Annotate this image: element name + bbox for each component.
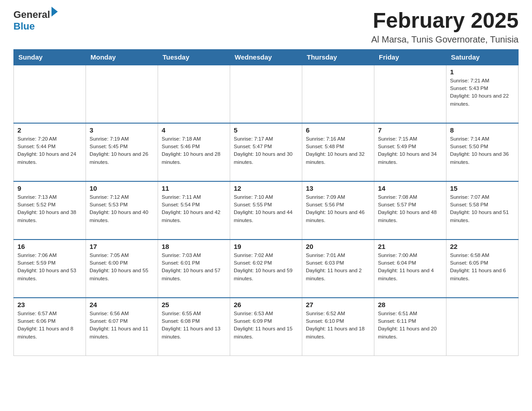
day-number: 12 (234, 184, 298, 192)
day-number: 10 (90, 184, 154, 192)
day-info: Sunrise: 7:10 AM Sunset: 5:55 PM Dayligh… (234, 193, 298, 224)
day-number: 11 (162, 184, 226, 192)
calendar-cell (446, 298, 519, 356)
calendar-table: SundayMondayTuesdayWednesdayThursdayFrid… (13, 49, 519, 356)
day-number: 5 (234, 126, 298, 134)
calendar-week-1: 2Sunrise: 7:20 AM Sunset: 5:44 PM Daylig… (14, 123, 519, 181)
day-info: Sunrise: 7:19 AM Sunset: 5:45 PM Dayligh… (90, 135, 154, 166)
calendar-cell: 21Sunrise: 7:00 AM Sunset: 6:04 PM Dayli… (374, 240, 446, 298)
day-info: Sunrise: 6:56 AM Sunset: 6:07 PM Dayligh… (90, 310, 154, 341)
calendar-cell: 11Sunrise: 7:11 AM Sunset: 5:54 PM Dayli… (158, 181, 230, 240)
calendar-cell: 3Sunrise: 7:19 AM Sunset: 5:45 PM Daylig… (86, 123, 158, 181)
day-info: Sunrise: 6:55 AM Sunset: 6:08 PM Dayligh… (162, 310, 226, 341)
calendar-week-3: 16Sunrise: 7:06 AM Sunset: 5:59 PM Dayli… (14, 240, 519, 298)
day-number: 1 (450, 68, 515, 76)
calendar-cell: 20Sunrise: 7:01 AM Sunset: 6:03 PM Dayli… (302, 240, 374, 298)
day-number: 19 (234, 243, 298, 250)
day-number: 20 (306, 243, 370, 250)
weekday-header-tuesday: Tuesday (158, 49, 230, 65)
calendar-cell: 1Sunrise: 7:21 AM Sunset: 5:43 PM Daylig… (446, 65, 519, 123)
day-number: 14 (378, 184, 442, 192)
day-number: 9 (17, 184, 82, 192)
day-info: Sunrise: 7:09 AM Sunset: 5:56 PM Dayligh… (306, 193, 370, 224)
page-header: General Blue February 2025 Al Marsa, Tun… (13, 9, 519, 45)
day-info: Sunrise: 7:18 AM Sunset: 5:46 PM Dayligh… (162, 135, 226, 166)
day-info: Sunrise: 7:11 AM Sunset: 5:54 PM Dayligh… (162, 193, 226, 224)
calendar-cell: 10Sunrise: 7:12 AM Sunset: 5:53 PM Dayli… (86, 181, 158, 240)
calendar-cell: 4Sunrise: 7:18 AM Sunset: 5:46 PM Daylig… (158, 123, 230, 181)
calendar-cell: 17Sunrise: 7:05 AM Sunset: 6:00 PM Dayli… (86, 240, 158, 298)
calendar-cell: 28Sunrise: 6:51 AM Sunset: 6:11 PM Dayli… (374, 298, 446, 356)
day-info: Sunrise: 7:14 AM Sunset: 5:50 PM Dayligh… (450, 135, 515, 166)
calendar-cell: 22Sunrise: 6:58 AM Sunset: 6:05 PM Dayli… (446, 240, 519, 298)
day-info: Sunrise: 7:17 AM Sunset: 5:47 PM Dayligh… (234, 135, 298, 166)
calendar-cell: 23Sunrise: 6:57 AM Sunset: 6:06 PM Dayli… (14, 298, 86, 356)
day-info: Sunrise: 6:57 AM Sunset: 6:06 PM Dayligh… (17, 310, 82, 341)
day-info: Sunrise: 7:00 AM Sunset: 6:04 PM Dayligh… (378, 252, 442, 283)
calendar-body: 1Sunrise: 7:21 AM Sunset: 5:43 PM Daylig… (14, 65, 519, 356)
weekday-header-friday: Friday (374, 49, 446, 65)
day-number: 25 (162, 301, 226, 308)
day-number: 28 (378, 301, 442, 308)
day-number: 17 (90, 243, 154, 250)
calendar-cell: 18Sunrise: 7:03 AM Sunset: 6:01 PM Dayli… (158, 240, 230, 298)
calendar-header-row: SundayMondayTuesdayWednesdayThursdayFrid… (14, 49, 519, 65)
day-info: Sunrise: 7:02 AM Sunset: 6:02 PM Dayligh… (234, 252, 298, 283)
day-info: Sunrise: 7:06 AM Sunset: 5:59 PM Dayligh… (17, 252, 82, 283)
calendar-cell (230, 65, 302, 123)
day-number: 13 (306, 184, 370, 192)
day-info: Sunrise: 6:51 AM Sunset: 6:11 PM Dayligh… (378, 310, 442, 341)
day-info: Sunrise: 6:53 AM Sunset: 6:09 PM Dayligh… (234, 310, 298, 341)
day-number: 7 (378, 126, 442, 134)
calendar-cell: 8Sunrise: 7:14 AM Sunset: 5:50 PM Daylig… (446, 123, 519, 181)
weekday-header-monday: Monday (86, 49, 158, 65)
day-info: Sunrise: 7:20 AM Sunset: 5:44 PM Dayligh… (17, 135, 82, 166)
calendar-cell: 6Sunrise: 7:16 AM Sunset: 5:48 PM Daylig… (302, 123, 374, 181)
day-number: 8 (450, 126, 515, 134)
day-number: 21 (378, 243, 442, 250)
calendar-week-2: 9Sunrise: 7:13 AM Sunset: 5:52 PM Daylig… (14, 181, 519, 240)
logo-blue-text: Blue (13, 21, 35, 32)
logo: General Blue (13, 9, 58, 32)
calendar-cell: 24Sunrise: 6:56 AM Sunset: 6:07 PM Dayli… (86, 298, 158, 356)
day-number: 26 (234, 301, 298, 308)
day-number: 18 (162, 243, 226, 250)
calendar-cell: 14Sunrise: 7:08 AM Sunset: 5:57 PM Dayli… (374, 181, 446, 240)
calendar-cell (14, 65, 86, 123)
calendar-week-0: 1Sunrise: 7:21 AM Sunset: 5:43 PM Daylig… (14, 65, 519, 123)
weekday-header-wednesday: Wednesday (230, 49, 302, 65)
calendar-cell: 27Sunrise: 6:52 AM Sunset: 6:10 PM Dayli… (302, 298, 374, 356)
day-info: Sunrise: 7:03 AM Sunset: 6:01 PM Dayligh… (162, 252, 226, 283)
calendar-cell (86, 65, 158, 123)
day-info: Sunrise: 7:01 AM Sunset: 6:03 PM Dayligh… (306, 252, 370, 283)
calendar-cell: 7Sunrise: 7:15 AM Sunset: 5:49 PM Daylig… (374, 123, 446, 181)
day-info: Sunrise: 7:21 AM Sunset: 5:43 PM Dayligh… (450, 77, 515, 108)
month-title: February 2025 (371, 9, 519, 33)
day-info: Sunrise: 7:08 AM Sunset: 5:57 PM Dayligh… (378, 193, 442, 224)
calendar-cell (374, 65, 446, 123)
weekday-header-thursday: Thursday (302, 49, 374, 65)
calendar-week-4: 23Sunrise: 6:57 AM Sunset: 6:06 PM Dayli… (14, 298, 519, 356)
calendar-cell: 16Sunrise: 7:06 AM Sunset: 5:59 PM Dayli… (14, 240, 86, 298)
weekday-header-saturday: Saturday (446, 49, 519, 65)
day-info: Sunrise: 6:58 AM Sunset: 6:05 PM Dayligh… (450, 252, 515, 283)
day-number: 16 (17, 243, 82, 250)
calendar-cell: 13Sunrise: 7:09 AM Sunset: 5:56 PM Dayli… (302, 181, 374, 240)
calendar-cell: 19Sunrise: 7:02 AM Sunset: 6:02 PM Dayli… (230, 240, 302, 298)
location-title: Al Marsa, Tunis Governorate, Tunisia (371, 34, 519, 45)
day-number: 3 (90, 126, 154, 134)
calendar-cell: 5Sunrise: 7:17 AM Sunset: 5:47 PM Daylig… (230, 123, 302, 181)
weekday-header-sunday: Sunday (14, 49, 86, 65)
day-info: Sunrise: 7:07 AM Sunset: 5:58 PM Dayligh… (450, 193, 515, 224)
day-info: Sunrise: 7:15 AM Sunset: 5:49 PM Dayligh… (378, 135, 442, 166)
day-number: 15 (450, 184, 515, 192)
logo-triangle-icon (51, 7, 58, 17)
day-info: Sunrise: 7:12 AM Sunset: 5:53 PM Dayligh… (90, 193, 154, 224)
day-number: 2 (17, 126, 82, 134)
calendar-cell: 15Sunrise: 7:07 AM Sunset: 5:58 PM Dayli… (446, 181, 519, 240)
day-number: 23 (17, 301, 82, 308)
calendar-cell (158, 65, 230, 123)
day-number: 27 (306, 301, 370, 308)
calendar-cell: 26Sunrise: 6:53 AM Sunset: 6:09 PM Dayli… (230, 298, 302, 356)
calendar-cell: 2Sunrise: 7:20 AM Sunset: 5:44 PM Daylig… (14, 123, 86, 181)
